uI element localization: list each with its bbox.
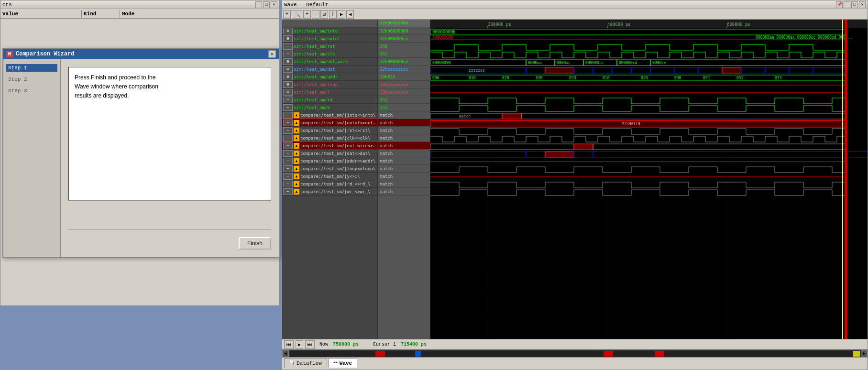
- wizard-step-3: Step 3: [6, 87, 57, 95]
- scroll-left-btn[interactable]: ◀: [282, 350, 289, 357]
- wave-add-btn[interactable]: +: [283, 10, 291, 19]
- wave-cursor-btn[interactable]: |: [329, 10, 337, 19]
- tab-wave[interactable]: 〰 Wave: [328, 358, 357, 368]
- signal-expand-icon[interactable]: ⊞: [283, 28, 293, 34]
- svg-rect-34: [698, 67, 722, 73]
- wave-window: Wave - Default 📌 _ □ ✕ + 🔍 + - ⊞ | ▶ ◀ ⊞…: [282, 0, 868, 370]
- wave-fast-btn[interactable]: ⏭: [305, 340, 315, 349]
- signal-name: sim:/test_sm/l: [294, 90, 330, 95]
- signal-expand-icon[interactable]: ⊞: [283, 66, 293, 73]
- svg-text:0000aa: 0000aa: [528, 61, 542, 65]
- signal-expand-icon[interactable]: —: [283, 188, 293, 195]
- wave-close-btn[interactable]: ✕: [859, 1, 866, 8]
- wave-scroll-strip[interactable]: ◀ ▶: [282, 349, 868, 357]
- signal-row: —▲compare:/test_sm/|rst<>rst\: [282, 127, 377, 134]
- tab-dataflow[interactable]: 📊 Dataflow: [284, 358, 327, 368]
- signal-expand-icon[interactable]: ⊞: [283, 35, 293, 42]
- wave-step-btn[interactable]: ▶: [296, 340, 303, 349]
- signal-name: compare:/test_sm/|out_wire<>out_.: [300, 143, 377, 148]
- signal-name: compare:/test_sm/|into<>into\: [300, 113, 375, 118]
- comparison-wizard-dialog: M Comparison Wizard ✕ Step 1 Step 2 Step…: [2, 48, 280, 258]
- wave-rewind-btn[interactable]: ⏮: [284, 340, 294, 349]
- dialog-overlay: M Comparison Wizard ✕ Step 1 Step 2 Step…: [0, 0, 282, 306]
- svg-text:030: 030: [536, 76, 543, 80]
- warning-icon: ▲: [294, 158, 299, 164]
- warning-icon: ▲: [294, 174, 299, 179]
- signal-expand-icon[interactable]: ⊞: [283, 89, 293, 96]
- signal-expand-icon[interactable]: —: [283, 173, 293, 180]
- wave-zoom-btn[interactable]: 🔍: [292, 10, 302, 19]
- wave-info-bar: ⏮ ▶ ⏭ Now 750000 ps Cursor 1 715400 ps: [282, 339, 868, 349]
- scroll-right-btn[interactable]: ▶: [861, 350, 868, 357]
- wave-titlebar-controls: 📌 _ □ ✕: [836, 1, 866, 8]
- now-label: Now: [319, 342, 328, 347]
- wave-minimize-btn[interactable]: _: [844, 1, 850, 8]
- wave-controls-left: ⏮ ▶ ⏭: [284, 340, 315, 349]
- signal-expand-icon[interactable]: —: [283, 150, 293, 157]
- msgs-value-row: 32hzzzzzzzz: [378, 65, 430, 73]
- msgs-value-row: 32h000000ce: [378, 35, 430, 43]
- signal-name: sim:/test_sm/into: [294, 29, 338, 33]
- wave-zoom-in-btn[interactable]: +: [303, 10, 311, 19]
- signal-expand-icon[interactable]: —: [283, 104, 293, 111]
- svg-rect-40: [430, 75, 846, 81]
- svg-rect-26: [526, 67, 545, 73]
- svg-rect-28: [574, 67, 593, 73]
- signal-name: compare:/test_sm/|y<>i\: [300, 174, 360, 179]
- wave-next-btn[interactable]: ▶: [338, 10, 345, 19]
- svg-text:020: 020: [641, 76, 648, 80]
- signal-expand-icon[interactable]: ⊞: [283, 58, 293, 65]
- signal-expand-icon[interactable]: ⊞: [283, 74, 293, 80]
- msgs-value-row: match: [378, 150, 430, 157]
- scroll-track[interactable]: [290, 351, 860, 357]
- svg-text:0000ce: 0000ce: [652, 61, 666, 65]
- signal-row: ⊞sim:/test_sm/out_wire: [282, 58, 377, 65]
- signal-rows-container: ⊞sim:/test_sm/into⊞sim:/test_sm/outof—si…: [282, 27, 377, 196]
- signal-expand-icon[interactable]: —: [283, 127, 293, 134]
- dialog-content-area: Press Finish and proceed to the Wave win…: [68, 67, 271, 201]
- signal-expand-icon[interactable]: —: [283, 158, 293, 164]
- svg-text:0000ac: 0000ac: [557, 61, 571, 65]
- dialog-close-button[interactable]: ✕: [268, 50, 276, 58]
- scroll-marker-3: [604, 351, 613, 357]
- signal-expand-icon[interactable]: —: [283, 142, 293, 149]
- svg-text:600000 ps: 600000 ps: [727, 22, 750, 27]
- waveform-svg: 200000 ps 400000 ps 600000 ps 00000000b …: [430, 20, 868, 339]
- msgs-value-row: match: [378, 142, 430, 150]
- svg-text:020: 020: [502, 76, 509, 80]
- signal-expand-icon[interactable]: —: [283, 43, 293, 50]
- signal-expand-icon[interactable]: —: [283, 135, 293, 141]
- svg-rect-66: [574, 152, 593, 157]
- svg-rect-56: [502, 113, 521, 119]
- scroll-marker-4: [655, 351, 664, 357]
- warning-icon: ▲: [294, 135, 299, 141]
- signal-name: compare:/test_sm/|loop<>loop\: [300, 166, 375, 171]
- waveform-display[interactable]: 200000 ps 400000 ps 600000 ps 00000000b …: [430, 20, 868, 339]
- svg-text:00000000b: 00000000b: [432, 30, 456, 34]
- signal-expand-icon[interactable]: —: [283, 165, 293, 172]
- signal-row: ⊞sim:/test_sm/outof: [282, 35, 377, 43]
- signal-name: sim:/test_sm/m: [294, 105, 330, 110]
- warning-icon: ▲: [294, 151, 299, 156]
- wave-fit-btn[interactable]: ⊞: [320, 10, 328, 19]
- svg-rect-61: [574, 144, 593, 150]
- signal-expand-icon[interactable]: —: [283, 181, 293, 187]
- wave-prev-btn[interactable]: ◀: [346, 10, 354, 19]
- signal-row: —▲compare:/test_sm/|rd_<>rd_\: [282, 180, 377, 188]
- wave-maximize-btn[interactable]: □: [851, 1, 858, 8]
- finish-button[interactable]: Finish: [239, 237, 271, 250]
- svg-text:052: 052: [736, 76, 744, 80]
- wave-zoom-out-btn[interactable]: -: [312, 10, 319, 19]
- signal-expand-icon[interactable]: —: [283, 112, 293, 119]
- signal-expand-icon[interactable]: —: [283, 120, 293, 126]
- svg-text:MISMATCH: MISMATCH: [622, 122, 640, 126]
- signal-row: —▲compare:/test_sm/|wr_<>wr_\: [282, 188, 377, 196]
- signal-row: ⊞sim:/test_sm/addr: [282, 73, 377, 81]
- svg-rect-63: [430, 152, 526, 157]
- wave-title: Wave - Default: [284, 2, 328, 8]
- signal-name: sim:/test_sm/dat: [294, 67, 335, 72]
- signal-expand-icon[interactable]: ⊞: [283, 81, 293, 88]
- signal-expand-icon[interactable]: —: [283, 51, 293, 57]
- signal-expand-icon[interactable]: —: [283, 97, 293, 103]
- wave-pin-btn[interactable]: 📌: [836, 1, 843, 8]
